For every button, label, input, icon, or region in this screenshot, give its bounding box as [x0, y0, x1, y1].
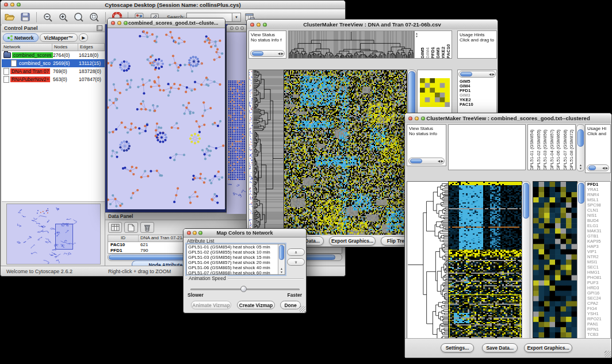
- column-label[interactable]: GIM4: [425, 32, 430, 59]
- tab-more[interactable]: ▶: [79, 33, 87, 42]
- treeview1-titlebar[interactable]: ClusterMaker TreeView : DNA and Tran 07-…: [247, 20, 498, 30]
- column-label[interactable]: GPL51-03 (GSM856): [542, 125, 549, 170]
- row-label[interactable]: HRD3: [586, 285, 610, 290]
- row-label[interactable]: CLN1: [586, 208, 610, 213]
- row-label[interactable]: RNR4: [586, 192, 610, 197]
- move-up-button[interactable]: ∧: [287, 248, 305, 256]
- scrollbar-thumb[interactable]: [460, 72, 472, 76]
- zoom-window-icon[interactable]: [17, 3, 21, 7]
- row-dendrogram[interactable]: [253, 70, 284, 247]
- row-label[interactable]: YSH1: [586, 311, 610, 316]
- row-label[interactable]: SEC1: [586, 265, 610, 270]
- row-label[interactable]: TCB3: [586, 332, 610, 337]
- network-row[interactable]: combined_sco2569(6)13112(15): [2, 59, 105, 67]
- column-label[interactable]: GPL51-04 (GSM857): [549, 125, 556, 170]
- zoom-window-icon[interactable]: [198, 231, 202, 235]
- search-dropdown-icon[interactable]: ▼: [232, 13, 241, 22]
- row-label[interactable]: HMG1: [586, 270, 610, 275]
- row-label[interactable]: PAN1: [586, 321, 610, 327]
- attribute-item[interactable]: GPL51-03 (GSM856) heat shock 15 min: [187, 255, 285, 260]
- treeview2-titlebar[interactable]: ClusterMaker TreeView : combined_scores_…: [405, 113, 611, 124]
- scrollbar-arrows[interactable]: ▲▼: [577, 163, 584, 170]
- column-label[interactable]: PFD1: [430, 32, 435, 59]
- scrollbar-thumb[interactable]: [577, 129, 584, 147]
- column-label[interactable]: GIM5: [420, 32, 425, 59]
- scrollbar-thumb[interactable]: [578, 183, 584, 204]
- close-icon[interactable]: [250, 22, 254, 26]
- minimize-icon[interactable]: [117, 21, 121, 25]
- open-icon[interactable]: [3, 11, 17, 24]
- row-label[interactable]: MAK31: [586, 228, 610, 233]
- column-labels-vscrollbar[interactable]: ▲▼: [576, 124, 585, 171]
- scrollbar-arrows[interactable]: ◀ ▶: [489, 71, 495, 77]
- usage-hints-hscrollbar[interactable]: ◀ ▶: [587, 164, 609, 171]
- row-label[interactable]: PUF3: [586, 280, 610, 285]
- attribute-item[interactable]: GPL51-07 (GSM868) heat shock 60 min: [187, 270, 285, 275]
- row-label[interactable]: YRA1: [586, 187, 610, 192]
- column-header-edges[interactable]: Edges: [78, 44, 105, 51]
- row-label[interactable]: PHO81: [586, 275, 610, 280]
- move-down-button[interactable]: ∨: [287, 258, 305, 266]
- save-icon[interactable]: [18, 11, 32, 24]
- attribute-list[interactable]: GPL51-01 (GSM854) heat shock 05 minGPL51…: [186, 244, 285, 275]
- row-label[interactable]: KAP95: [586, 239, 610, 244]
- close-icon[interactable]: [111, 21, 115, 25]
- animation-speed-slider[interactable]: [190, 286, 300, 293]
- network-row[interactable]: combined_scores2764(0)16218(0): [2, 51, 105, 59]
- column-header-nodes[interactable]: Nodes: [52, 44, 78, 51]
- scrollbar-thumb[interactable]: [252, 51, 263, 56]
- row-label[interactable]: NTR2: [586, 254, 610, 259]
- column-label[interactable]: PAC10: [446, 32, 451, 59]
- background-window-titlebar[interactable]: [227, 25, 247, 32]
- view-status-hscrollbar[interactable]: ◀ ▶: [408, 158, 445, 164]
- row-label[interactable]: CPA2: [586, 301, 610, 306]
- row-label[interactable]: VIP1: [586, 249, 610, 254]
- slider-knob[interactable]: [240, 286, 247, 292]
- create-vizmap-button[interactable]: Create Vizmap: [237, 301, 275, 309]
- zoom-heatmap[interactable]: [533, 181, 577, 348]
- minimize-icon[interactable]: [235, 26, 239, 30]
- attribute-item[interactable]: GPL51-04 (GSM857) heat shock 20 min: [187, 260, 285, 265]
- row-label[interactable]: MSI1: [586, 259, 610, 265]
- global-heatmap[interactable]: [284, 70, 407, 247]
- row-label[interactable]: SPC98: [586, 202, 610, 208]
- zoom-in-icon[interactable]: [56, 11, 70, 24]
- zoom-window-icon[interactable]: [124, 21, 128, 25]
- done-button[interactable]: Done: [280, 301, 301, 309]
- row-label[interactable]: PAC10: [458, 102, 473, 107]
- network-row[interactable]: DNA and Tran 07769(0)183728(0): [2, 67, 105, 75]
- row-label[interactable]: SEC24: [586, 296, 610, 301]
- zoom-vscrollbar[interactable]: ▲▼: [577, 181, 586, 348]
- close-icon[interactable]: [230, 26, 234, 30]
- dialog-titlebar[interactable]: Map Colors to Network: [183, 229, 306, 237]
- network-canvas[interactable]: [108, 28, 225, 209]
- zoom-heatmap[interactable]: [420, 78, 450, 107]
- column-dendrogram[interactable]: [289, 31, 414, 58]
- close-icon[interactable]: [4, 3, 8, 7]
- row-label[interactable]: MSL1: [586, 197, 610, 202]
- export-graphics-button[interactable]: Export Graphics...: [524, 343, 572, 352]
- row-label[interactable]: HAP3: [586, 244, 610, 249]
- scrollbar-thumb[interactable]: [279, 245, 284, 260]
- scrollbar-arrows[interactable]: ◀ ▶: [602, 165, 608, 171]
- row-label[interactable]: FIG4: [586, 306, 610, 311]
- scroll-arrows[interactable]: ▲▼: [415, 32, 418, 38]
- global-heatmap[interactable]: [448, 181, 522, 348]
- column-label[interactable]: YKE2: [441, 32, 446, 59]
- scrollbar-thumb[interactable]: [410, 159, 422, 163]
- zoom-window-icon[interactable]: [263, 22, 267, 26]
- zoom-window-icon[interactable]: [240, 26, 244, 30]
- zoom-out-icon[interactable]: [41, 11, 55, 24]
- delete-attribute-icon[interactable]: [140, 222, 154, 233]
- tab-vizmapper[interactable]: VizMapper™: [40, 33, 78, 42]
- row-label[interactable]: RPN1: [586, 327, 610, 332]
- float-panel-icon[interactable]: [97, 25, 102, 31]
- row-label[interactable]: GPI16: [586, 290, 610, 296]
- column-label[interactable]: GPL51-06 (GSM865): [556, 125, 563, 170]
- zoom-selected-icon[interactable]: [72, 11, 86, 24]
- scrollbar-arrows[interactable]: ◀ ▶: [278, 51, 284, 56]
- scrollbar-arrows[interactable]: ◀ ▶: [438, 158, 443, 164]
- network-overview[interactable]: [6, 204, 101, 265]
- zoom-window-icon[interactable]: [421, 116, 425, 120]
- minimize-icon[interactable]: [415, 116, 419, 120]
